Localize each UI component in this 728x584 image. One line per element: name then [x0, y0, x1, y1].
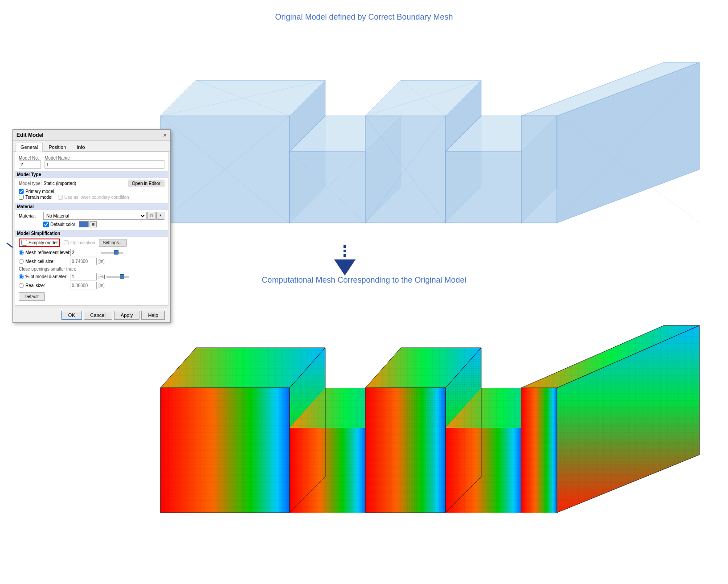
percent-diameter-unit: [%] — [98, 274, 105, 279]
material-row: Material: No Material □ ⋮ — [19, 212, 164, 220]
apply-button[interactable]: Apply — [114, 311, 140, 320]
primary-model-label: Primary model — [25, 189, 54, 194]
svg-marker-33 — [160, 388, 290, 513]
lower-boundary-checkbox[interactable] — [58, 195, 63, 200]
terrain-boundary-row: Terrain model Use as lower boundary cond… — [19, 195, 164, 201]
dialog-tabs: General Position Info — [13, 141, 170, 152]
color-grid-button[interactable]: ▦ — [90, 221, 97, 227]
tab-info[interactable]: Info — [72, 143, 90, 151]
default-color-label: Default color — [50, 222, 75, 227]
primary-model-row: Primary model — [19, 189, 164, 194]
percent-diameter-input[interactable] — [70, 273, 97, 280]
arrow-dashes — [344, 245, 346, 259]
svg-marker-23 — [521, 116, 557, 223]
model-no-input[interactable] — [19, 160, 41, 169]
color-row: Default color ▦ — [43, 221, 164, 227]
model-type-value: Static (imported) — [44, 181, 128, 186]
mesh-refinement-input[interactable] — [70, 249, 97, 256]
terrain-model-label: Terrain model — [25, 195, 53, 200]
simplify-model-highlight: Simplify model — [19, 239, 60, 247]
svg-marker-19 — [446, 152, 521, 223]
top-label: Original Model defined by Correct Bounda… — [0, 12, 728, 22]
real-size-radio[interactable] — [19, 283, 24, 288]
mesh-refinement-radio[interactable] — [19, 250, 24, 255]
terrain-model-checkbox[interactable] — [19, 195, 24, 200]
simplify-model-label: Simplify model — [29, 240, 57, 245]
model-top-visualization — [147, 27, 708, 245]
material-edit-button[interactable]: □ — [147, 212, 155, 220]
lower-boundary-label: Use as lower boundary condition — [65, 195, 129, 200]
model-type-section-header: Model Type — [15, 171, 168, 178]
simplification-section-header: Model Simplification — [15, 230, 168, 237]
svg-marker-46 — [365, 388, 446, 513]
model-id-row: Model No. Model Name — [19, 156, 164, 169]
model-bottom-visualization — [147, 290, 708, 571]
mesh-refinement-row: Mesh refinement level: — [19, 249, 164, 256]
svg-marker-52 — [446, 428, 521, 513]
default-button[interactable]: Default — [19, 292, 45, 301]
color-swatch[interactable] — [79, 221, 89, 227]
mesh-refinement-label: Mesh refinement level: — [25, 250, 70, 255]
primary-model-checkbox[interactable] — [19, 189, 24, 194]
percent-diameter-row: % of model diameter: [%] — [19, 273, 164, 280]
direction-arrow — [334, 245, 356, 276]
terrain-model-row: Terrain model — [19, 195, 53, 200]
model-name-group: Model Name — [45, 156, 164, 169]
tab-position[interactable]: Position — [44, 143, 71, 151]
lower-boundary-row: Use as lower boundary condition — [58, 195, 129, 200]
open-in-editor-button[interactable]: Open in Editor — [128, 180, 164, 187]
mesh-cell-input[interactable] — [70, 258, 97, 265]
model-name-label: Model Name — [45, 156, 164, 160]
dialog-titlebar: Edit Model × — [13, 130, 170, 141]
material-select[interactable]: No Material — [43, 212, 147, 220]
mesh-cell-unit: [m] — [98, 259, 105, 264]
default-color-checkbox[interactable] — [43, 222, 49, 227]
optimization-label: Optimization — [70, 240, 95, 245]
cancel-button[interactable]: Cancel — [84, 311, 112, 320]
help-button[interactable]: Help — [141, 311, 165, 320]
settings-button[interactable]: Settings... — [99, 239, 127, 247]
dialog-body: Model No. Model Name Model Type Model ty… — [15, 152, 168, 306]
model-type-row: Model type: Static (imported) Open in Ed… — [19, 180, 164, 187]
optimization-checkbox[interactable] — [64, 240, 69, 245]
model-name-input[interactable] — [45, 160, 164, 169]
edit-model-dialog: Edit Model × General Position Info Model… — [12, 129, 171, 323]
real-size-label: Real size: — [25, 283, 70, 288]
material-grid-button[interactable]: ⋮ — [156, 212, 164, 220]
model-type-label: Model type: — [19, 181, 42, 186]
optimization-row: Optimization — [64, 240, 95, 245]
simplify-row: Simplify model Optimization Settings... — [19, 239, 164, 247]
svg-marker-40 — [290, 428, 365, 513]
dialog-title: Edit Model — [16, 132, 44, 138]
model-no-group: Model No. — [19, 156, 41, 169]
material-label: Material: — [19, 214, 43, 218]
close-openings-label: Close openings smaller than: — [19, 267, 164, 271]
ok-button[interactable]: OK — [61, 311, 82, 320]
model-no-label: Model No. — [19, 156, 41, 160]
dialog-footer: OK Cancel Apply Help — [15, 308, 168, 322]
simplify-model-checkbox[interactable] — [21, 240, 27, 246]
dialog-close-button[interactable]: × — [163, 132, 167, 138]
real-size-unit: [m] — [98, 283, 105, 288]
arrow-head — [334, 259, 356, 276]
percent-diameter-radio[interactable] — [19, 274, 24, 279]
mesh-cell-radio[interactable] — [19, 259, 24, 264]
real-size-input[interactable] — [70, 282, 97, 289]
default-section: Default — [19, 291, 164, 302]
tab-general[interactable]: General — [16, 143, 43, 152]
percent-diameter-slider[interactable] — [106, 276, 129, 278]
mesh-cell-label: Mesh cell size: — [25, 259, 70, 264]
percent-diameter-label: % of model diameter: — [25, 274, 70, 279]
mesh-cell-row: Mesh cell size: [m] — [19, 258, 164, 265]
material-section-header: Material — [15, 203, 168, 210]
mesh-refinement-slider[interactable] — [101, 252, 123, 254]
svg-marker-60 — [521, 388, 557, 513]
real-size-row: Real size: [m] — [19, 282, 164, 289]
